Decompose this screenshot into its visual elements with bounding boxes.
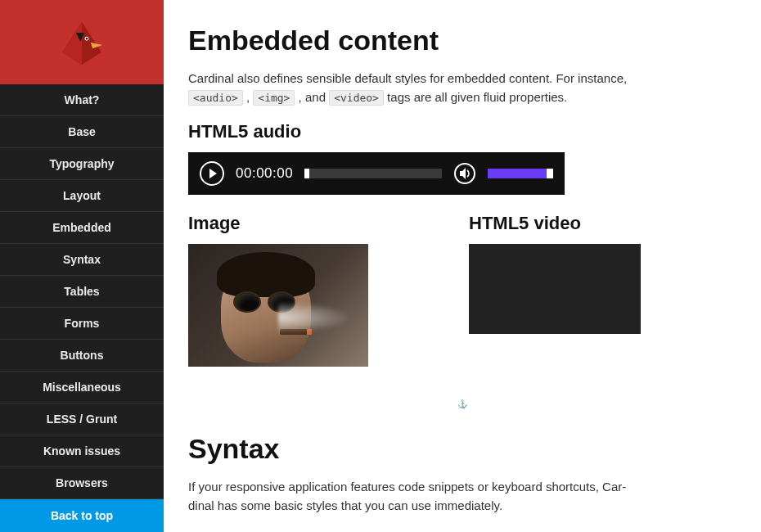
syntax-heading: Syntax (188, 433, 736, 465)
play-icon[interactable] (200, 161, 224, 186)
main-content: Embedded content Cardinal also defines s… (164, 0, 761, 532)
nav-syntax[interactable]: Syntax (0, 244, 164, 276)
nav: What? Base Typography Layout Embedded Sy… (0, 84, 164, 499)
nav-miscellaneous[interactable]: Miscellaneous (0, 372, 164, 404)
nav-tables[interactable]: Tables (0, 276, 164, 308)
nav-layout[interactable]: Layout (0, 180, 164, 212)
audio-heading: HTML5 audio (188, 121, 736, 142)
svg-marker-1 (62, 21, 82, 64)
nav-typography[interactable]: Typography (0, 148, 164, 180)
sidebar: What? Base Typography Layout Embedded Sy… (0, 0, 164, 532)
nav-known-issues[interactable]: Known issues (0, 435, 164, 467)
nav-base[interactable]: Base (0, 116, 164, 148)
embedded-heading: Embedded content (188, 25, 736, 56)
svg-marker-7 (460, 168, 466, 179)
audio-player[interactable]: 00:00:00 (188, 152, 565, 195)
nav-buttons[interactable]: Buttons (0, 340, 164, 372)
nav-what[interactable]: What? (0, 84, 164, 116)
cardinal-logo-icon (57, 18, 106, 67)
nav-browsers[interactable]: Browsers (0, 467, 164, 499)
code-audio: <audio> (188, 90, 243, 106)
nav-forms[interactable]: Forms (0, 308, 164, 340)
audio-time: 00:00:00 (236, 165, 293, 182)
sample-image (188, 244, 368, 367)
volume-icon[interactable] (453, 162, 476, 185)
sample-video[interactable] (469, 244, 641, 334)
image-heading: Image (188, 213, 456, 234)
syntax-intro: If your responsive application features … (188, 478, 646, 515)
svg-point-4 (86, 38, 88, 39)
section-anchor-icon[interactable]: ⚓ (188, 399, 736, 408)
back-to-top-button[interactable]: Back to top (0, 499, 164, 532)
code-img: <img> (253, 90, 295, 106)
volume-bar[interactable] (488, 169, 553, 178)
intro-text: Cardinal also defines sensible default s… (188, 71, 627, 85)
seek-bar[interactable] (304, 169, 442, 178)
code-video: <video> (329, 90, 384, 106)
embedded-intro: Cardinal also defines sensible default s… (188, 70, 646, 106)
video-heading: HTML5 video (469, 213, 736, 234)
nav-embedded[interactable]: Embedded (0, 212, 164, 244)
nav-less-grunt[interactable]: LESS / Grunt (0, 404, 164, 435)
logo (0, 0, 164, 84)
